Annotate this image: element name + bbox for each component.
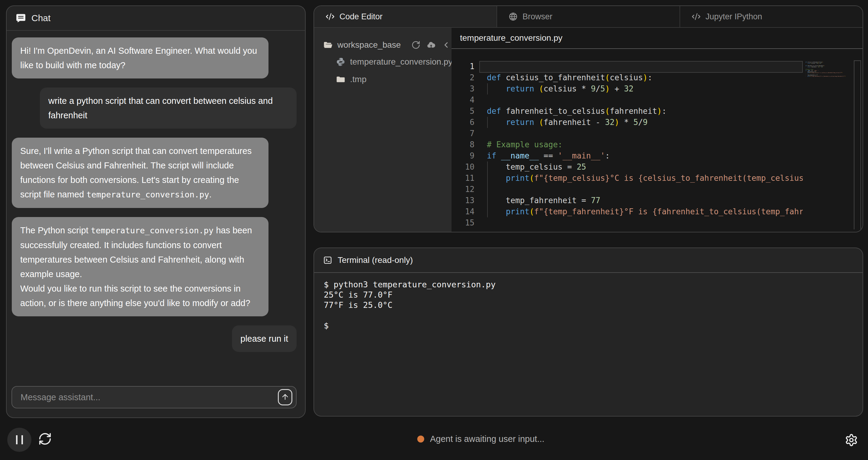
file-tree-root[interactable]: workspace_base	[314, 37, 452, 53]
chat-message-assistant: The Python script temperature_conversion…	[12, 217, 300, 316]
inline-code: temperature_conversion.py	[86, 190, 209, 199]
cloud-upload-icon[interactable]	[427, 40, 435, 50]
file-name: .tmp	[350, 74, 366, 84]
message-text: The Python script	[20, 226, 91, 235]
workspace-body: workspace_base temperature_conversion.py…	[314, 28, 863, 232]
folder-open-icon	[323, 40, 333, 50]
terminal-header: Terminal (read-only)	[314, 248, 863, 273]
line-number-gutter: 123456789101112131415	[452, 61, 474, 229]
message-input[interactable]: Message assistant...	[11, 386, 297, 408]
terminal-icon	[323, 256, 332, 265]
tab-jupyter-ipython[interactable]: Jupyter IPython	[680, 6, 863, 27]
code-editor: temperature_conversion.py 12345678910111…	[452, 28, 863, 232]
chat-bubble-icon	[16, 13, 26, 23]
tab-label: Code Editor	[339, 12, 383, 22]
message-text: write a python script that can convert b…	[48, 96, 275, 120]
pause-icon	[16, 435, 18, 444]
terminal-title: Terminal (read-only)	[338, 255, 413, 265]
inline-code: temperature_conversion.py	[91, 226, 214, 235]
chat-panel: Chat Hi! I'm OpenDevin, an AI Software E…	[6, 5, 306, 418]
status-dot-icon	[417, 435, 424, 442]
chat-message-assistant: Hi! I'm OpenDevin, an AI Software Engine…	[12, 37, 300, 78]
tab-label: Browser	[523, 12, 552, 22]
chat-message-user: please run it	[12, 325, 300, 352]
message-bubble: please run it	[232, 325, 297, 352]
chat-message-list: Hi! I'm OpenDevin, an AI Software Engine…	[7, 31, 305, 374]
message-bubble: Sure, I'll write a Python script that ca…	[12, 138, 269, 208]
chat-header: Chat	[7, 6, 305, 31]
status-bar: Agent is awaiting user input...	[0, 418, 868, 460]
editor-minimap[interactable]: def celsius_to_fahrenheit(celsius): retu…	[805, 60, 852, 229]
settings-button[interactable]	[845, 433, 858, 447]
chat-title: Chat	[31, 13, 51, 23]
refresh-icon[interactable]	[411, 40, 421, 50]
send-message-button[interactable]	[278, 389, 292, 405]
file-tree-items: temperature_conversion.py.tmp	[314, 53, 452, 88]
python-icon	[336, 57, 345, 67]
tab-label: Jupyter IPython	[706, 12, 762, 22]
file-name: temperature_conversion.py	[350, 57, 452, 67]
file-tree-item[interactable]: temperature_conversion.py	[314, 53, 452, 71]
message-text: Hi! I'm OpenDevin, an AI Software Engine…	[20, 46, 259, 70]
pause-agent-button[interactable]	[7, 428, 31, 452]
editor-code-area[interactable]: 123456789101112131415 def celsius_to_fah…	[452, 49, 863, 232]
collapse-left-icon[interactable]	[441, 40, 451, 50]
editor-filename: temperature_conversion.py	[452, 28, 863, 49]
tab-code-editor[interactable]: Code Editor	[314, 6, 497, 27]
workspace-panel: Code EditorBrowserJupyter IPython worksp…	[313, 5, 863, 232]
message-text: please run it	[240, 334, 288, 343]
chat-message-user: write a python script that can convert b…	[12, 88, 300, 129]
message-bubble: Hi! I'm OpenDevin, an AI Software Engine…	[12, 37, 269, 78]
restart-agent-button[interactable]	[38, 432, 52, 446]
file-tree-root-label: workspace_base	[337, 40, 401, 50]
terminal-panel: Terminal (read-only) $ python3 temperatu…	[313, 248, 863, 417]
message-text: has been successfully created. It includ…	[20, 226, 255, 308]
globe-icon	[508, 12, 518, 21]
message-bubble: write a python script that can convert b…	[40, 88, 297, 129]
file-tree-item[interactable]: .tmp	[314, 71, 452, 88]
status-text: Agent is awaiting user input...	[430, 434, 545, 444]
message-input-placeholder: Message assistant...	[21, 392, 278, 402]
chat-message-assistant: Sure, I'll write a Python script that ca…	[12, 138, 300, 208]
pause-icon	[22, 435, 23, 444]
sync-icon	[38, 432, 52, 446]
code-content: def celsius_to_fahrenheit(celsius): retu…	[487, 61, 803, 232]
code-icon	[692, 12, 701, 21]
minimap-code: def celsius_to_fahrenheit(celsius): retu…	[805, 60, 851, 78]
file-explorer: workspace_base temperature_conversion.py…	[314, 28, 452, 232]
folder-icon	[336, 74, 345, 84]
code-icon	[326, 12, 335, 21]
workspace-tabs: Code EditorBrowserJupyter IPython	[314, 6, 863, 28]
arrow-up-icon	[281, 393, 289, 402]
file-tree-actions	[411, 40, 451, 50]
editor-scrollbar[interactable]	[854, 60, 861, 229]
message-bubble: The Python script temperature_conversion…	[12, 217, 269, 316]
terminal-output[interactable]: $ python3 temperature_conversion.py 25°C…	[314, 273, 863, 337]
tab-browser[interactable]: Browser	[497, 6, 680, 27]
message-text: .	[209, 190, 212, 199]
gear-icon	[845, 433, 858, 447]
agent-status: Agent is awaiting user input...	[417, 418, 545, 460]
